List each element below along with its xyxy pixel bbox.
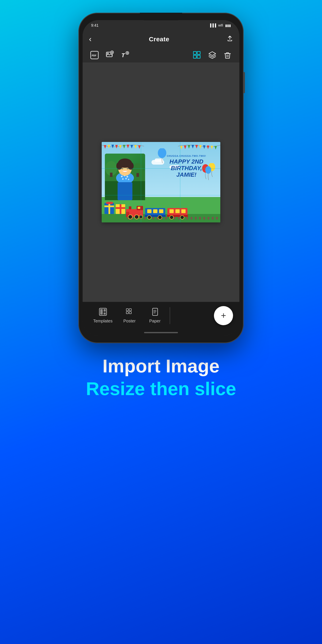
svg-rect-9 xyxy=(194,55,196,58)
svg-point-108 xyxy=(108,202,110,204)
svg-point-41 xyxy=(126,176,128,178)
tab-bar: Templates Poster xyxy=(82,302,240,330)
layers-button[interactable] xyxy=(207,50,218,60)
svg-rect-111 xyxy=(120,204,122,214)
svg-marker-27 xyxy=(203,145,206,149)
svg-marker-15 xyxy=(119,145,122,149)
child-photo xyxy=(105,154,145,200)
templates-icon xyxy=(99,308,107,317)
svg-rect-116 xyxy=(104,312,106,314)
svg-rect-105 xyxy=(104,206,114,207)
svg-rect-77 xyxy=(208,217,209,220)
svg-point-85 xyxy=(128,215,132,219)
svg-point-87 xyxy=(139,215,142,218)
status-bar: 9:41 ▐▐▐ wifi ▮▮▮ xyxy=(82,20,240,31)
pdf-button[interactable]: PDF xyxy=(89,50,100,60)
svg-rect-98 xyxy=(181,209,186,213)
toolbar: PDF T xyxy=(82,48,240,62)
navigation-bar: ‹ Create xyxy=(82,31,240,48)
status-icons: ▐▐▐ wifi ▮▮▮ xyxy=(209,24,231,28)
svg-marker-17 xyxy=(127,145,129,148)
canvas-area[interactable]: CHUGGA-CHUGGA-TWO-TWO! HAPPY 2ND BIRTHDA… xyxy=(82,62,240,302)
svg-rect-36 xyxy=(136,173,139,177)
paper-icon xyxy=(151,308,159,317)
paper-label: Paper xyxy=(149,318,160,324)
svg-marker-18 xyxy=(130,145,133,148)
svg-rect-64 xyxy=(152,217,154,220)
svg-rect-76 xyxy=(203,217,205,220)
svg-marker-22 xyxy=(184,146,186,149)
svg-rect-62 xyxy=(144,217,146,220)
svg-point-50 xyxy=(121,167,123,170)
signal-icon: ▐▐▐ xyxy=(209,24,216,27)
home-indicator xyxy=(82,330,240,336)
svg-rect-120 xyxy=(129,312,131,314)
svg-marker-28 xyxy=(207,146,209,149)
svg-point-56 xyxy=(158,148,166,158)
svg-marker-24 xyxy=(192,145,194,148)
svg-rect-8 xyxy=(197,52,200,54)
bottom-text-section: Import Image Resize then slice xyxy=(69,356,253,399)
svg-point-42 xyxy=(122,178,124,180)
wifi-icon: wifi xyxy=(218,24,223,27)
svg-rect-34 xyxy=(110,173,112,177)
svg-rect-90 xyxy=(153,209,158,213)
bottom-subtitle: Resize then slice xyxy=(86,378,236,399)
add-image-button[interactable] xyxy=(104,50,115,60)
svg-point-86 xyxy=(134,215,139,219)
tab-templates[interactable]: Templates xyxy=(89,306,117,326)
tab-paper[interactable]: Paper xyxy=(142,306,168,326)
svg-rect-7 xyxy=(194,52,196,54)
svg-rect-119 xyxy=(126,312,128,314)
svg-point-55 xyxy=(205,166,211,174)
grid-toggle-button[interactable] xyxy=(192,50,202,60)
add-text-button[interactable]: T xyxy=(120,50,130,60)
add-fab-button[interactable]: + xyxy=(214,306,233,325)
svg-rect-91 xyxy=(159,209,163,213)
svg-marker-16 xyxy=(123,145,126,148)
svg-marker-13 xyxy=(112,145,114,148)
phone-side-button xyxy=(244,72,245,93)
svg-rect-114 xyxy=(100,309,103,314)
back-button[interactable]: ‹ xyxy=(89,35,92,44)
svg-marker-23 xyxy=(188,145,190,149)
svg-rect-96 xyxy=(170,209,174,213)
svg-marker-26 xyxy=(199,145,202,149)
svg-point-51 xyxy=(127,167,129,170)
svg-rect-78 xyxy=(212,217,214,220)
bunting-right xyxy=(178,144,220,156)
svg-rect-82 xyxy=(129,206,131,209)
svg-point-94 xyxy=(158,216,162,219)
battery-icon: ▮▮▮ xyxy=(225,24,231,28)
phone-screen: 9:41 ▐▐▐ wifi ▮▮▮ ‹ Create PDF xyxy=(82,20,240,336)
svg-marker-25 xyxy=(195,145,198,148)
svg-marker-19 xyxy=(134,145,137,149)
svg-point-43 xyxy=(126,178,127,180)
page-title: Create xyxy=(149,36,169,43)
gift-boxes xyxy=(104,197,127,216)
phone-device: 9:41 ▐▐▐ wifi ▮▮▮ ‹ Create PDF xyxy=(78,13,244,343)
svg-rect-104 xyxy=(108,203,110,214)
svg-rect-83 xyxy=(138,207,140,209)
svg-marker-29 xyxy=(210,146,213,149)
birthday-card[interactable]: CHUGGA-CHUGGA-TWO-TWO! HAPPY 2ND BIRTHDA… xyxy=(102,142,220,222)
home-bar xyxy=(144,332,178,333)
share-button[interactable] xyxy=(227,36,233,43)
poster-label: Poster xyxy=(123,318,136,324)
svg-point-101 xyxy=(180,216,184,219)
time-display: 9:41 xyxy=(91,23,98,28)
svg-rect-118 xyxy=(129,309,131,311)
svg-point-93 xyxy=(148,216,151,219)
svg-rect-115 xyxy=(104,309,106,312)
bottom-title: Import Image xyxy=(86,356,236,376)
svg-text:PDF: PDF xyxy=(92,54,96,57)
phone-notch xyxy=(140,13,182,20)
tab-divider xyxy=(170,307,170,324)
tab-poster[interactable]: Poster xyxy=(117,306,142,326)
delete-button[interactable] xyxy=(222,50,233,60)
svg-point-39 xyxy=(121,176,123,177)
svg-marker-20 xyxy=(138,145,141,149)
svg-rect-73 xyxy=(191,217,192,220)
templates-label: Templates xyxy=(93,318,112,324)
svg-rect-70 xyxy=(178,217,180,220)
